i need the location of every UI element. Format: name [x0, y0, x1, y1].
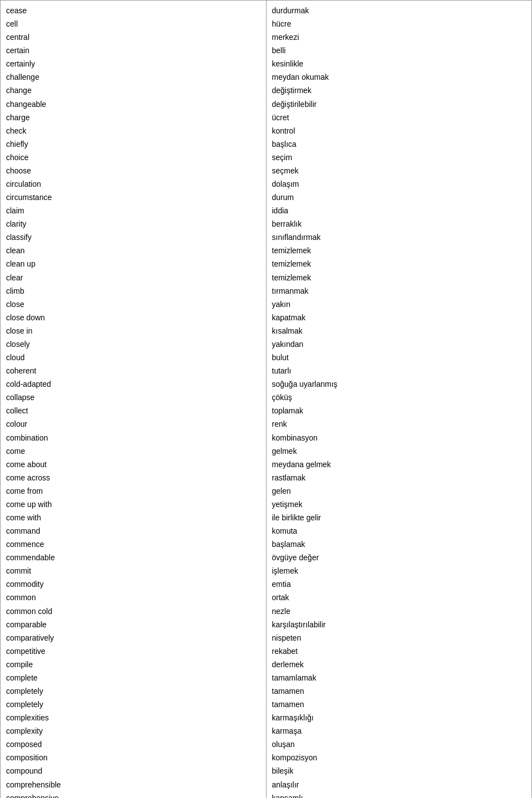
turkish-word: kapatmak [272, 311, 526, 324]
turkish-word: değiştirmek [272, 84, 526, 97]
turkish-word: sınıflandırmak [272, 231, 526, 244]
turkish-word: tamamlamak [272, 671, 526, 684]
english-word: changeable [6, 98, 260, 111]
english-word: cold-adapted [6, 377, 260, 391]
turkish-word: oluşan [272, 738, 526, 751]
english-word: coherent [6, 364, 260, 377]
turkish-word: gelen [272, 484, 526, 498]
turkish-word: durum [272, 191, 526, 204]
turkish-word: temizlemek [272, 271, 526, 284]
turkish-word: anlaşılır [272, 778, 526, 791]
turkish-word: kombinasyon [272, 431, 526, 444]
english-word: competitive [6, 644, 260, 658]
english-word: challenge [6, 70, 260, 84]
turkish-word: temizlemek [272, 244, 526, 257]
english-word: central [6, 30, 260, 44]
english-word: complete [6, 671, 260, 684]
english-word: change [6, 84, 260, 97]
turkish-word: renk [272, 417, 526, 431]
turkish-word: temizlemek [272, 257, 526, 270]
turkish-column: durdurmakhücremerkezibellikesinliklemeyd… [267, 1, 532, 798]
english-word: commence [6, 538, 260, 551]
english-word: come up with [6, 498, 260, 511]
turkish-word: meydan okumak [272, 70, 526, 84]
turkish-word: gelmek [272, 444, 526, 458]
english-word: come about [6, 458, 260, 471]
turkish-word: bileşik [272, 764, 526, 777]
turkish-word: kısalmak [272, 324, 526, 337]
turkish-word: kompozisyon [272, 751, 526, 764]
turkish-word: durdurmak [272, 4, 526, 17]
english-word: come [6, 444, 260, 458]
english-column: ceasecellcentralcertaincertainlychalleng… [1, 1, 267, 798]
english-word: completely [6, 698, 260, 711]
english-word: circulation [6, 177, 260, 191]
turkish-word: nezle [272, 605, 526, 618]
english-word: cease [6, 4, 260, 17]
english-word: come with [6, 511, 260, 524]
english-word: composition [6, 751, 260, 764]
turkish-word: seçmek [272, 164, 526, 177]
turkish-word: nispeten [272, 631, 526, 644]
turkish-word: karmaşıklığı [272, 711, 526, 724]
english-word: clean [6, 244, 260, 257]
turkish-word: ortak [272, 591, 526, 604]
english-word: commendable [6, 551, 260, 564]
english-word: commodity [6, 577, 260, 591]
turkish-word: komuta [272, 524, 526, 538]
english-word: composed [6, 738, 260, 751]
turkish-word: tutarlı [272, 364, 526, 377]
turkish-word: rekabet [272, 644, 526, 658]
english-word: come from [6, 484, 260, 498]
english-word: check [6, 124, 260, 137]
turkish-word: berraklık [272, 217, 526, 231]
english-word: close in [6, 324, 260, 337]
english-word: compile [6, 658, 260, 671]
turkish-word: derlemek [272, 658, 526, 671]
english-word: complexities [6, 711, 260, 724]
english-word: completely [6, 684, 260, 698]
turkish-word: tamamen [272, 684, 526, 698]
english-word: cell [6, 17, 260, 30]
turkish-word: tamamen [272, 698, 526, 711]
turkish-word: işlemek [272, 564, 526, 577]
turkish-word: merkezi [272, 30, 526, 44]
english-word: comprehensive [6, 791, 260, 798]
english-word: comparable [6, 618, 260, 631]
turkish-word: belli [272, 44, 526, 57]
english-word: clean up [6, 257, 260, 270]
english-word: compound [6, 764, 260, 777]
english-word: choice [6, 151, 260, 164]
turkish-word: kapsamlı [272, 791, 526, 798]
english-word: certainly [6, 57, 260, 70]
turkish-word: ile birlikte gelir [272, 511, 526, 524]
turkish-word: başlıca [272, 137, 526, 151]
turkish-word: yakın [272, 298, 526, 311]
turkish-word: rastlamak [272, 471, 526, 484]
english-word: clear [6, 271, 260, 284]
turkish-word: karşılaştırılabilir [272, 618, 526, 631]
turkish-word: değiştirilebilir [272, 98, 526, 111]
turkish-word: kontrol [272, 124, 526, 137]
turkish-word: övgüye değer [272, 551, 526, 564]
english-word: combination [6, 431, 260, 444]
english-word: clarity [6, 217, 260, 231]
turkish-word: yetişmek [272, 498, 526, 511]
english-word: comprehensible [6, 778, 260, 791]
english-word: climb [6, 284, 260, 298]
turkish-word: emtia [272, 577, 526, 591]
english-word: charge [6, 111, 260, 124]
turkish-word: çöküş [272, 391, 526, 404]
english-word: commit [6, 564, 260, 577]
turkish-word: ücret [272, 111, 526, 124]
turkish-word: toplamak [272, 404, 526, 417]
english-word: cloud [6, 351, 260, 364]
english-word: common cold [6, 605, 260, 618]
english-word: common [6, 591, 260, 604]
turkish-word: tırmanmak [272, 284, 526, 298]
english-word: come across [6, 471, 260, 484]
turkish-word: hücre [272, 17, 526, 30]
english-word: command [6, 524, 260, 538]
turkish-word: seçim [272, 151, 526, 164]
english-word: certain [6, 44, 260, 57]
